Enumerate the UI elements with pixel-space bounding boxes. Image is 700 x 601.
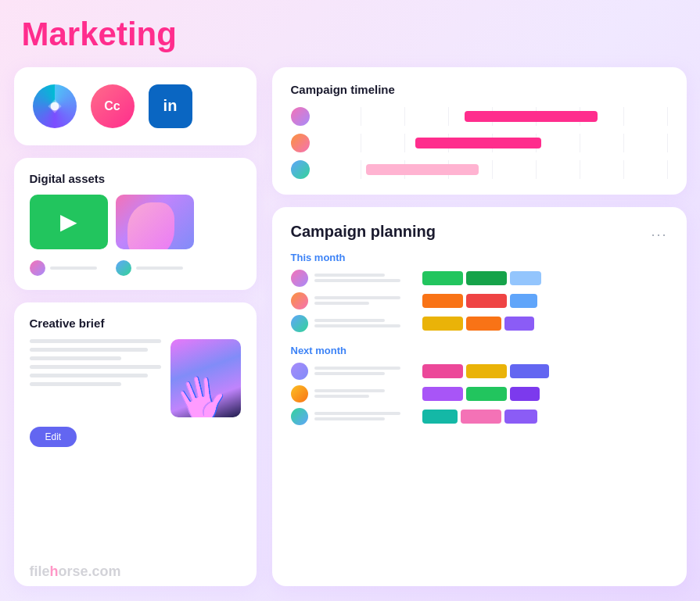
grid-cell — [624, 134, 668, 152]
video-thumbnail[interactable]: ▶ — [30, 195, 108, 249]
label-line — [314, 367, 400, 370]
text-line-6 — [30, 382, 122, 386]
timeline-row-2 — [291, 134, 668, 152]
grid-cell — [624, 107, 668, 126]
adobe-cc-icon[interactable]: Cc — [91, 84, 135, 128]
planning-label-3 — [314, 319, 416, 327]
this-month-label: This month — [291, 252, 668, 263]
text-line-5 — [30, 374, 148, 377]
adobe-label: Cc — [104, 99, 120, 113]
grid-cell — [493, 160, 537, 179]
main-content: Cc in Digital assets ▶ — [14, 67, 687, 586]
planning-avatar-5 — [291, 385, 308, 402]
text-line-3 — [30, 356, 122, 360]
planning-avatar-2 — [291, 292, 308, 309]
asset-item-2 — [116, 195, 194, 276]
planning-bars-2 — [422, 294, 668, 308]
app-icons-card: Cc in — [14, 67, 257, 145]
brief-text-area — [30, 339, 161, 417]
grid-cell — [537, 160, 580, 179]
bar-teal-1 — [422, 410, 458, 424]
label-line — [314, 302, 369, 305]
planning-label-5 — [314, 389, 416, 398]
bar-purple4-1 — [504, 410, 537, 424]
bar-purple-1 — [504, 317, 534, 331]
bar-purple2-1 — [422, 387, 463, 401]
planning-bars-5 — [422, 387, 668, 401]
planning-bars-3 — [422, 317, 668, 331]
avatar-tiny-1 — [30, 260, 45, 276]
bar-green-1 — [422, 271, 463, 285]
label-line — [314, 389, 385, 392]
more-options-button[interactable]: ... — [651, 224, 667, 240]
planning-row-3 — [291, 315, 668, 332]
digital-assets-title: Digital assets — [30, 172, 241, 185]
gradient-app-icon[interactable] — [33, 84, 77, 128]
timeline-bars-2 — [318, 134, 668, 152]
planning-row-5 — [291, 385, 668, 402]
grid-cell — [580, 160, 624, 179]
meta-line-2 — [136, 267, 183, 270]
asset-thumbnails: ▶ — [30, 195, 241, 276]
timeline-bars-1 — [318, 107, 668, 126]
bar-blue-1 — [510, 271, 541, 285]
digital-assets-card: Digital assets ▶ — [14, 158, 257, 290]
label-line — [314, 412, 400, 415]
left-column: Cc in Digital assets ▶ — [14, 67, 257, 586]
bar-red-1 — [466, 294, 507, 308]
planning-header: Campaign planning ... — [291, 223, 668, 241]
planning-title: Campaign planning — [291, 223, 436, 241]
grid-cell — [361, 134, 405, 152]
edit-button[interactable]: Edit — [30, 427, 77, 447]
grid-cell — [580, 134, 624, 152]
tl-bar-3 — [366, 164, 478, 175]
planning-avatar-4 — [291, 363, 308, 380]
grid-cell — [318, 134, 361, 152]
tl-bar-1 — [465, 111, 598, 122]
bar-green3-1 — [466, 387, 507, 401]
bar-pink-2 — [422, 364, 463, 378]
asset-meta-2 — [116, 260, 194, 276]
grid-cell — [318, 107, 361, 126]
planning-label-4 — [314, 367, 416, 375]
bar-yellow-2 — [466, 364, 507, 378]
timeline-avatar-1 — [291, 107, 310, 126]
campaign-timeline-title: Campaign timeline — [291, 83, 668, 96]
right-column: Campaign timeline — [272, 67, 687, 586]
creative-brief-title: Creative brief — [30, 317, 241, 330]
bar-yellow-1 — [422, 317, 463, 331]
label-line — [314, 274, 385, 277]
play-icon: ▶ — [60, 209, 77, 234]
planning-label-1 — [314, 274, 416, 282]
timeline-bars-3 — [318, 160, 668, 179]
meta-line-1 — [50, 267, 97, 270]
label-line — [314, 319, 385, 322]
this-month-rows — [291, 270, 668, 332]
watermark-accent: h — [50, 563, 59, 579]
timeline-rows — [291, 107, 668, 179]
abstract-thumbnail[interactable] — [116, 195, 194, 249]
timeline-row-1 — [291, 107, 668, 126]
text-line-2 — [30, 348, 148, 352]
campaign-timeline-card: Campaign timeline — [272, 67, 687, 195]
asset-meta-1 — [30, 260, 108, 276]
planning-bars-1 — [422, 271, 668, 285]
linkedin-icon[interactable]: in — [149, 84, 192, 128]
planning-avatar-1 — [291, 270, 308, 287]
planning-avatar-6 — [291, 408, 308, 425]
planning-label-2 — [314, 296, 416, 305]
brief-footer: Edit — [30, 427, 241, 447]
timeline-avatar-2 — [291, 134, 310, 152]
tl-bar-2 — [415, 138, 541, 148]
grid-cell — [361, 107, 405, 126]
planning-label-6 — [314, 412, 416, 420]
label-line — [314, 279, 400, 282]
planning-row-1 — [291, 270, 668, 287]
next-month-rows — [291, 363, 668, 425]
label-line — [314, 417, 385, 420]
bar-green2-1 — [466, 271, 507, 285]
planning-row-6 — [291, 408, 668, 425]
avatar-tiny-2 — [116, 260, 131, 276]
timeline-row-3 — [291, 160, 668, 179]
asset-item-1: ▶ — [30, 195, 108, 276]
